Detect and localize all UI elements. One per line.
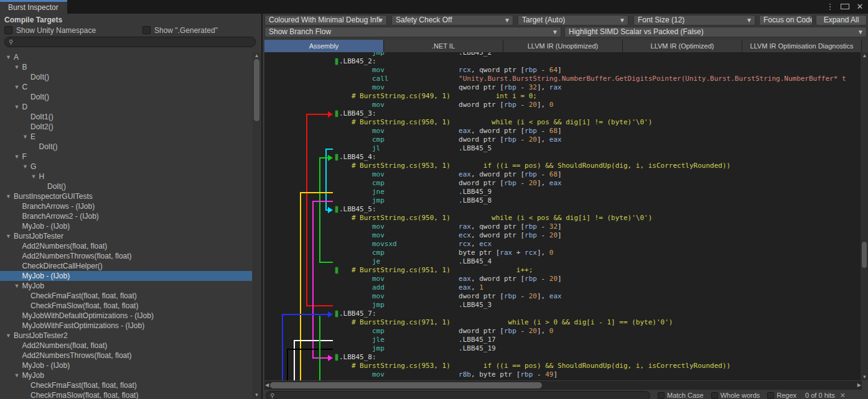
simd-highlight-dropdown[interactable]: Highlight SIMD Scalar vs Packed (False) … (564, 27, 867, 37)
maximize-icon[interactable] (841, 4, 849, 9)
toggle-show-generated[interactable]: Show ".Generated" (142, 25, 218, 35)
tree-item[interactable]: DoIt2() (0, 122, 252, 132)
tree-item[interactable]: CheckFmaFast(float, float, float) (0, 291, 252, 301)
assembly-code-view[interactable]: jmp .LBB45_2.LBB45_2: mov rcx, qword ptr… (264, 52, 862, 380)
code-horizontal-scrollbar[interactable]: ◀ ▶ (264, 381, 862, 390)
match-case-checkbox[interactable] (658, 392, 665, 399)
tree-item[interactable]: MyJob - (IJob) (0, 221, 252, 231)
tree-item[interactable]: ▼G (0, 162, 252, 172)
expand-triangle-icon[interactable]: ▼ (14, 152, 22, 162)
tab-llvm-ir-optimisation-diagnostics[interactable]: LLVM IR Optimisation Diagnostics (742, 40, 862, 52)
target-search-input[interactable]: ⚲ (4, 37, 256, 47)
tree-item[interactable]: MyJobWithFastOptimizations - (IJob) (0, 321, 252, 331)
tree-item[interactable]: DoIt1() (0, 112, 252, 122)
tree-scrollbar[interactable]: ▲ ▼ (253, 52, 261, 398)
tree-item[interactable]: DoIt() (0, 142, 252, 152)
expand-triangle-icon[interactable]: ▼ (14, 102, 22, 112)
close-search-icon[interactable]: ✕ (840, 392, 846, 399)
whole-words-option[interactable]: Whole words (711, 392, 760, 399)
target-dropdown[interactable]: Target (Auto) ▼ (518, 15, 628, 25)
expand-triangle-icon[interactable]: ▼ (14, 82, 22, 92)
tree-item[interactable]: ▼F (0, 152, 252, 162)
tab-llvm-ir-optimized-[interactable]: LLVM IR (Optimized) (623, 40, 742, 52)
tree-item[interactable]: CheckDirectCallHelper() (0, 261, 252, 271)
tree-item[interactable]: DoIt() (0, 92, 252, 102)
chevron-down-icon: ▼ (619, 16, 625, 25)
code-search-input[interactable]: ⚲ (266, 391, 650, 399)
match-case-option[interactable]: Match Case (658, 392, 704, 399)
branch-arrow-line (306, 114, 328, 115)
tree-item[interactable]: MyJobWithDefaultOptimizations - (IJob) (0, 311, 252, 321)
tab--net-il[interactable]: .NET IL (384, 40, 503, 52)
expand-triangle-icon[interactable]: ▼ (14, 281, 22, 291)
expand-triangle-icon[interactable]: ▼ (22, 132, 30, 142)
expand-triangle-icon[interactable]: ▼ (31, 172, 39, 181)
expand-triangle-icon[interactable]: ▼ (6, 191, 14, 201)
tree-item[interactable]: Add2Numbers(float, float) (0, 241, 252, 251)
scroll-up-icon[interactable]: ▲ (861, 53, 868, 58)
kebab-menu-icon[interactable]: ⋮ (826, 2, 834, 11)
show-unity-namespace-checkbox[interactable] (4, 26, 12, 34)
tree-item[interactable]: BranchArrows - (IJob) (0, 201, 252, 211)
window-tab[interactable]: Burst Inspector (0, 0, 67, 14)
tree-item[interactable]: ▼D (0, 102, 252, 112)
regex-option[interactable]: Regex (767, 392, 796, 399)
code-line: mov eax, dword ptr [rbp - 68] (339, 127, 846, 135)
tree-item[interactable]: ▼E (0, 132, 252, 142)
tree-item[interactable]: ▼BurstInspectorGUITests (0, 191, 252, 201)
branch-arrow-line (294, 340, 295, 380)
expand-triangle-icon[interactable]: ▼ (14, 62, 22, 72)
tree-item[interactable]: BranchArrows2 - (IJob) (0, 211, 252, 221)
show-generated-checkbox[interactable] (142, 26, 151, 34)
tree-item[interactable]: MyJob - (IJob) (0, 271, 252, 281)
font-size-dropdown[interactable]: Font Size (12) ▼ (633, 15, 755, 25)
tree-item[interactable]: DoIt() (0, 72, 252, 82)
tab-assembly[interactable]: Assembly (264, 40, 384, 52)
code-line: mov dword ptr [rbp - 20], 0 (339, 101, 846, 109)
focus-on-code-button[interactable]: Focus on Code (759, 15, 813, 25)
branch-arrow-line (319, 157, 328, 158)
expand-triangle-icon[interactable]: ▼ (6, 52, 14, 62)
code-line: mov r8b, byte ptr [rbp - 49] (339, 370, 846, 379)
debug-info-dropdown[interactable]: Coloured With Minimal Debug Infi ▼ (264, 15, 387, 25)
scroll-down-icon[interactable]: ▼ (861, 374, 868, 380)
scroll-down-icon[interactable]: ▼ (253, 392, 261, 398)
tree-item[interactable]: ▼BurstJobTester2 (0, 331, 252, 341)
expand-triangle-icon[interactable]: ▼ (6, 331, 14, 341)
tab-llvm-ir-unoptimized-[interactable]: LLVM IR (Unoptimized) (503, 40, 623, 52)
tree-item[interactable]: CheckFmaSlow(float, float, float) (0, 390, 252, 399)
expand-all-button[interactable]: Expand All (816, 15, 867, 25)
tree-item[interactable]: ▼MyJob (0, 281, 252, 291)
scroll-right-icon[interactable]: ▶ (857, 382, 861, 388)
expand-triangle-icon[interactable]: ▼ (22, 162, 30, 172)
tree-item[interactable]: ▼MyJob (0, 370, 252, 380)
tree-item[interactable]: DoIt() (0, 181, 252, 191)
tree-item[interactable]: ▼B (0, 62, 252, 72)
tree-item[interactable]: MyJob - (IJob) (0, 360, 252, 370)
tree-item[interactable]: ▼A (0, 52, 252, 62)
code-vscrollbar-thumb[interactable] (862, 242, 867, 268)
whole-words-checkbox[interactable] (711, 392, 718, 399)
scroll-up-icon[interactable]: ▲ (253, 53, 261, 58)
tree-item[interactable]: ▼C (0, 82, 252, 92)
regex-checkbox[interactable] (767, 392, 774, 399)
code-vertical-scrollbar[interactable]: ▲ ▼ (861, 52, 868, 380)
tree-item[interactable]: CheckFmaSlow(float, float, float) (0, 301, 252, 311)
tree-item[interactable]: Add2NumbersThrows(float, float) (0, 351, 252, 360)
code-hscrollbar-thumb[interactable] (270, 382, 542, 388)
scroll-left-icon[interactable]: ◀ (265, 382, 269, 388)
expand-triangle-icon[interactable]: ▼ (6, 231, 14, 241)
tree-item[interactable]: Add2NumbersThrows(float, float) (0, 251, 252, 261)
tree-item[interactable]: CheckFmaFast(float, float, float) (0, 380, 252, 390)
tree-item[interactable]: ▼H (0, 172, 252, 181)
branch-arrow-line (282, 314, 328, 315)
branch-flow-dropdown[interactable]: Show Branch Flow ▼ (264, 27, 561, 37)
branch-arrow-line (312, 201, 333, 202)
safety-check-dropdown[interactable]: Safety Check Off ▼ (391, 15, 513, 25)
expand-triangle-icon[interactable]: ▼ (14, 370, 22, 380)
close-icon[interactable]: ✕ (856, 2, 864, 11)
toggle-show-unity-namespace[interactable]: Show Unity Namespace (4, 25, 96, 35)
tree-item[interactable]: Add2Numbers(float, float) (0, 341, 252, 351)
tree-item[interactable]: ▼BurstJobTester (0, 231, 252, 241)
tree-scrollbar-thumb[interactable] (254, 59, 259, 121)
